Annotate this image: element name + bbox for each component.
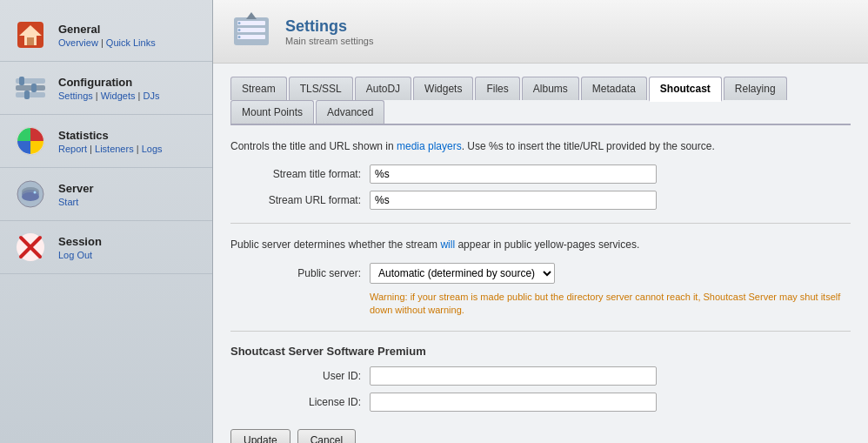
stream-title-format-input[interactable] (370, 164, 657, 184)
tab-advanced[interactable]: Advanced (316, 100, 384, 124)
svg-rect-4 (16, 85, 45, 91)
svg-rect-19 (237, 21, 265, 25)
sidebar-statistics-title: Statistics (58, 129, 163, 142)
section-header-premium: Shoutcast Server Software Premium (230, 345, 851, 358)
sidebar-listeners-link[interactable]: Listeners (95, 144, 134, 154)
sidebar-session-links[interactable]: Log Out (58, 250, 102, 260)
page-subtitle: Main stream settings (285, 36, 373, 46)
main-content: Stream TLS/SSL AutoDJ Widgets Files Albu… (213, 64, 868, 443)
page-header-text: Settings Main stream settings (285, 17, 373, 46)
tab-autodj[interactable]: AutoDJ (355, 77, 411, 100)
house-icon (13, 17, 48, 52)
sidebar-item-general[interactable]: General Overview | Quick Links (0, 9, 212, 62)
license-id-label: License ID: (230, 396, 370, 408)
sidebar-report-link[interactable]: Report (58, 144, 87, 154)
sidebar-djs-link[interactable]: DJs (143, 91, 159, 101)
stream-url-format-input[interactable] (370, 191, 657, 210)
sidebar-item-configuration[interactable]: Configuration Settings | Widgets | DJs (0, 62, 212, 115)
sidebar-statistics-text: Statistics Report | Listeners | Logs (58, 129, 163, 154)
server-icon (13, 177, 48, 211)
tab-tlsssl[interactable]: TLS/SSL (289, 77, 353, 100)
tab-files[interactable]: Files (475, 77, 519, 100)
highlight-mediaplayers: media players (397, 140, 462, 152)
sidebar: General Overview | Quick Links Configura… (0, 0, 213, 443)
sidebar-session-title: Session (58, 235, 102, 248)
highlight-will: will (440, 238, 455, 251)
tab-widgets[interactable]: Widgets (413, 77, 473, 100)
public-server-row: Public server: Automatic (determined by … (230, 263, 851, 284)
sidebar-configuration-title: Configuration (58, 76, 159, 89)
svg-point-13 (22, 192, 39, 201)
section-desc-2: Public server determines whether the str… (230, 237, 851, 252)
svg-marker-25 (246, 12, 257, 19)
sidebar-statistics-links[interactable]: Report | Listeners | Logs (58, 144, 163, 154)
tab-mountpoints[interactable]: Mount Points (230, 100, 314, 124)
cancel-button[interactable]: Cancel (297, 429, 356, 443)
main-panel: Settings Main stream settings Stream TLS… (213, 0, 868, 443)
sidebar-quicklinks-link[interactable]: Quick Links (106, 37, 156, 48)
svg-rect-21 (237, 35, 265, 39)
sidebar-logs-link[interactable]: Logs (142, 144, 163, 154)
svg-point-22 (238, 22, 241, 24)
sidebar-item-statistics[interactable]: Statistics Report | Listeners | Logs (0, 115, 212, 168)
sidebar-general-links[interactable]: Overview | Quick Links (58, 37, 156, 48)
warning-message: Warning: if your stream is made public b… (370, 291, 851, 318)
session-icon (13, 230, 48, 265)
user-id-label: User ID: (230, 370, 370, 382)
sidebar-server-title: Server (58, 182, 93, 195)
sidebar-settings-link[interactable]: Settings (58, 91, 93, 101)
sidebar-logout-link[interactable]: Log Out (58, 250, 92, 260)
page-title: Settings (285, 17, 373, 36)
svg-rect-7 (31, 84, 37, 92)
tab-stream[interactable]: Stream (230, 77, 287, 100)
svg-rect-8 (24, 91, 30, 99)
license-id-input[interactable] (370, 393, 657, 412)
tab-shoutcast[interactable]: Shoutcast (649, 77, 722, 102)
svg-rect-6 (19, 77, 24, 85)
sidebar-overview-link[interactable]: Overview (58, 37, 98, 48)
svg-rect-20 (237, 28, 265, 32)
stream-title-format-row: Stream title format: (230, 164, 851, 184)
tab-bar: Stream TLS/SSL AutoDJ Widgets Files Albu… (230, 77, 851, 125)
sidebar-item-session[interactable]: Session Log Out (0, 221, 212, 274)
section-desc-1: Controls the title and URL shown in medi… (230, 138, 851, 154)
action-buttons: Update Cancel (230, 429, 851, 443)
stream-url-format-label: Stream URL format: (230, 194, 370, 206)
configuration-icon (13, 70, 48, 105)
sidebar-server-links[interactable]: Start (58, 197, 93, 207)
sidebar-start-link[interactable]: Start (58, 197, 78, 207)
user-id-input[interactable] (370, 366, 657, 386)
stream-title-format-label: Stream title format: (230, 168, 370, 180)
tab-albums[interactable]: Albums (522, 77, 579, 100)
page-header: Settings Main stream settings (213, 0, 868, 64)
public-server-label: Public server: (230, 267, 370, 279)
svg-rect-5 (16, 92, 45, 97)
sidebar-widgets-link[interactable]: Widgets (101, 91, 136, 101)
user-id-row: User ID: (230, 366, 851, 386)
sidebar-configuration-links[interactable]: Settings | Widgets | DJs (58, 91, 159, 101)
license-id-row: License ID: (230, 393, 851, 412)
settings-header-icon (230, 10, 272, 52)
update-button[interactable]: Update (230, 429, 290, 443)
sidebar-general-title: General (58, 23, 156, 36)
svg-point-14 (34, 191, 37, 194)
svg-point-24 (238, 36, 241, 38)
public-server-select[interactable]: Automatic (determined by source) Always … (370, 263, 555, 284)
sidebar-configuration-text: Configuration Settings | Widgets | DJs (58, 76, 159, 101)
sidebar-session-text: Session Log Out (58, 235, 102, 260)
tab-relaying[interactable]: Relaying (724, 77, 787, 100)
divider-1 (230, 223, 851, 224)
sidebar-item-server[interactable]: Server Start (0, 168, 212, 221)
tab-metadata[interactable]: Metadata (581, 77, 647, 100)
svg-point-23 (238, 29, 241, 31)
sidebar-server-text: Server Start (58, 182, 93, 207)
statistics-icon (13, 124, 48, 158)
svg-rect-2 (27, 37, 34, 45)
stream-url-format-row: Stream URL format: (230, 191, 851, 210)
divider-2 (230, 331, 851, 332)
sidebar-general-text: General Overview | Quick Links (58, 23, 156, 48)
